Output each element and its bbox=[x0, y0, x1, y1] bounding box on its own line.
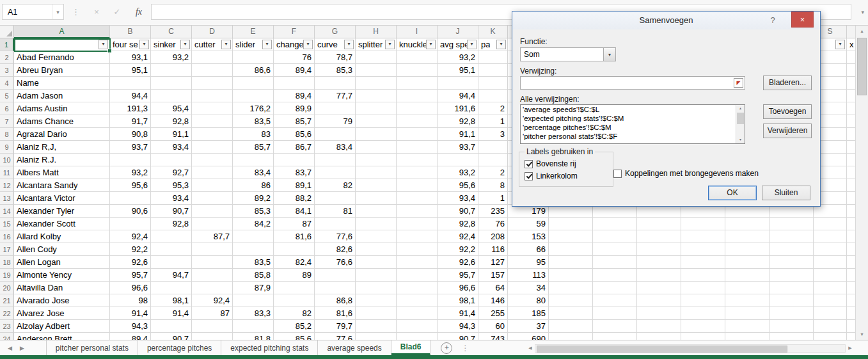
cell-B4[interactable] bbox=[110, 77, 151, 90]
cell-A10[interactable]: Alaniz R.J. bbox=[14, 154, 110, 166]
cell-G19[interactable] bbox=[315, 269, 356, 282]
cell-J6[interactable]: 191,6 bbox=[438, 102, 478, 115]
cell-A20[interactable]: Altavilla Dan bbox=[14, 282, 110, 294]
cell-I8[interactable] bbox=[397, 128, 438, 141]
cell-C19[interactable]: 94,7 bbox=[151, 269, 192, 282]
cell-E21[interactable] bbox=[233, 294, 274, 307]
cell-P16[interactable] bbox=[681, 230, 725, 243]
row-number-2[interactable]: 2 bbox=[0, 51, 14, 64]
cancel-icon[interactable]: × bbox=[90, 7, 104, 17]
cell-F11[interactable]: 83,7 bbox=[274, 166, 315, 179]
cell-G15[interactable] bbox=[315, 218, 356, 230]
listbox-scrollbar[interactable]: ▴ ▾ bbox=[736, 105, 745, 143]
cell-M17[interactable] bbox=[549, 243, 593, 256]
cell-Q24[interactable] bbox=[725, 333, 769, 340]
row-number-22[interactable]: 22 bbox=[0, 307, 14, 320]
cell-A22[interactable]: Alvarez Jose bbox=[14, 307, 110, 320]
cell-A18[interactable]: Allen Logan bbox=[14, 256, 110, 269]
filter-dropdown-icon[interactable]: ▾ bbox=[303, 40, 313, 49]
cell-C15[interactable]: 92,8 bbox=[151, 218, 192, 230]
cell-M14[interactable] bbox=[549, 205, 593, 218]
cell-I15[interactable] bbox=[397, 218, 438, 230]
row-number-16[interactable]: 16 bbox=[0, 230, 14, 243]
cell-I14[interactable] bbox=[397, 205, 438, 218]
cell-A9[interactable]: Alaniz R,J, bbox=[14, 141, 110, 154]
cell-A15[interactable]: Alexander Scott bbox=[14, 218, 110, 230]
cell-O17[interactable] bbox=[637, 243, 681, 256]
cell-D12[interactable] bbox=[192, 179, 233, 192]
cell-T7[interactable] bbox=[847, 115, 855, 128]
cell-E6[interactable]: 176,2 bbox=[233, 102, 274, 115]
row-number-15[interactable]: 15 bbox=[0, 218, 14, 230]
cell-F22[interactable]: 82 bbox=[274, 307, 315, 320]
cell-E11[interactable]: 83,4 bbox=[233, 166, 274, 179]
cell-B15[interactable] bbox=[110, 218, 151, 230]
cell-J11[interactable]: 93,2 bbox=[438, 166, 478, 179]
cell-D13[interactable] bbox=[192, 192, 233, 205]
cell-M18[interactable] bbox=[549, 256, 593, 269]
cell-D22[interactable]: 87 bbox=[192, 307, 233, 320]
cell-C10[interactable] bbox=[151, 154, 192, 166]
cell-S20[interactable] bbox=[814, 282, 847, 294]
cell-H3[interactable] bbox=[356, 64, 397, 77]
cell-B10[interactable] bbox=[110, 154, 151, 166]
row-number-14[interactable]: 14 bbox=[0, 205, 14, 218]
cell-B2[interactable]: 93,1 bbox=[110, 51, 151, 64]
cell-G3[interactable]: 85,3 bbox=[315, 64, 356, 77]
cell-I7[interactable] bbox=[397, 115, 438, 128]
cell-L21[interactable]: 80 bbox=[508, 294, 549, 307]
cell-I17[interactable] bbox=[397, 243, 438, 256]
cell-K21[interactable]: 146 bbox=[478, 294, 508, 307]
cell-I21[interactable] bbox=[397, 294, 438, 307]
cell-H18[interactable] bbox=[356, 256, 397, 269]
name-box[interactable]: A1 ▾ bbox=[2, 4, 64, 20]
cell-S15[interactable] bbox=[814, 218, 847, 230]
cell-T6[interactable] bbox=[847, 102, 855, 115]
cell-D16[interactable]: 87,7 bbox=[192, 230, 233, 243]
cell-E15[interactable]: 84,2 bbox=[233, 218, 274, 230]
cell-G20[interactable] bbox=[315, 282, 356, 294]
close-button[interactable]: Sluiten bbox=[762, 186, 810, 200]
cell-E3[interactable]: 86,6 bbox=[233, 64, 274, 77]
filter-header-cell-J[interactable]: avg spe▾ bbox=[438, 38, 478, 51]
cell-L17[interactable]: 66 bbox=[508, 243, 549, 256]
cell-I13[interactable] bbox=[397, 192, 438, 205]
horizontal-scroll-thumb[interactable] bbox=[537, 346, 787, 353]
cell-Q20[interactable] bbox=[725, 282, 769, 294]
cell-E9[interactable]: 85,7 bbox=[233, 141, 274, 154]
filter-header-cell-D[interactable]: cutter▾ bbox=[192, 38, 233, 51]
cell-L19[interactable]: 113 bbox=[508, 269, 549, 282]
cell-J23[interactable]: 94,3 bbox=[438, 320, 478, 333]
cell-T17[interactable] bbox=[847, 243, 855, 256]
cell-S23[interactable] bbox=[814, 320, 847, 333]
cell-B17[interactable]: 92,2 bbox=[110, 243, 151, 256]
cell-C4[interactable] bbox=[151, 77, 192, 90]
cell-T4[interactable] bbox=[847, 77, 855, 90]
filter-header-cell-A[interactable]: ▾ bbox=[14, 38, 110, 51]
cell-K3[interactable] bbox=[478, 64, 508, 77]
cell-T16[interactable] bbox=[847, 230, 855, 243]
horizontal-scrollbar[interactable]: ◀ ▶ bbox=[526, 343, 855, 353]
cell-F4[interactable] bbox=[274, 77, 315, 90]
cell-S16[interactable] bbox=[814, 230, 847, 243]
cell-B24[interactable]: 89,4 bbox=[110, 333, 151, 340]
row-number-1[interactable]: 1 bbox=[0, 38, 14, 51]
row-number-19[interactable]: 19 bbox=[0, 269, 14, 282]
cell-I16[interactable] bbox=[397, 230, 438, 243]
cell-T19[interactable] bbox=[847, 269, 855, 282]
cell-T15[interactable] bbox=[847, 218, 855, 230]
cell-E22[interactable]: 83,3 bbox=[233, 307, 274, 320]
cell-A12[interactable]: Alcantara Sandy bbox=[14, 179, 110, 192]
cell-C3[interactable] bbox=[151, 64, 192, 77]
chevron-down-icon[interactable]: ▾ bbox=[603, 48, 615, 61]
cell-E2[interactable] bbox=[233, 51, 274, 64]
cell-I18[interactable] bbox=[397, 256, 438, 269]
scroll-down-icon[interactable]: ▾ bbox=[856, 329, 868, 340]
left-column-checkbox[interactable]: Linkerkolom bbox=[525, 172, 613, 180]
cell-C21[interactable]: 98,1 bbox=[151, 294, 192, 307]
cell-L22[interactable]: 185 bbox=[508, 307, 549, 320]
references-listbox[interactable]: 'average speeds'!$C:$L'expected pitching… bbox=[520, 104, 745, 144]
dialog-title-bar[interactable]: Samenvoegen ? × bbox=[512, 12, 820, 29]
cell-J9[interactable]: 93,7 bbox=[438, 141, 478, 154]
cell-F9[interactable]: 86,7 bbox=[274, 141, 315, 154]
